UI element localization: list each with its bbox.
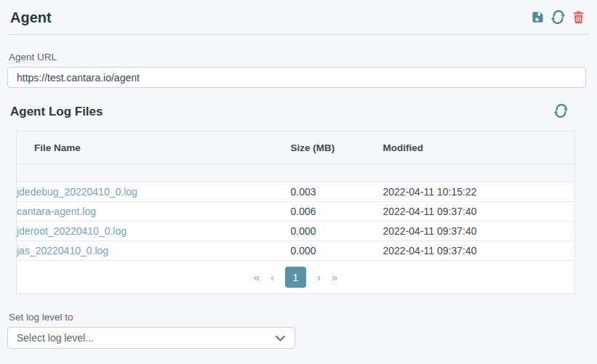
file-modified-cell: 2022-04-11 09:37:40 xyxy=(383,222,575,241)
file-size-cell: 0.006 xyxy=(291,202,383,222)
log-file-rows: jdedebug_20220410_0.log0.0032022-04-11 1… xyxy=(17,164,575,261)
table-row: jas_20220410_0.log0.0002022-04-11 09:37:… xyxy=(17,241,575,261)
log-file-link[interactable]: jas_20220410_0.log xyxy=(17,245,108,256)
table-row: jderoot_20220410_0.log0.0002022-04-11 09… xyxy=(17,222,575,241)
page-header: Agent xyxy=(7,0,590,35)
agent-url-label: Agent URL xyxy=(9,52,590,62)
pagination-first-button[interactable]: « xyxy=(254,271,260,283)
file-size-cell: 0.000 xyxy=(291,222,383,241)
log-level-label: Set log level to xyxy=(9,312,590,323)
log-file-link[interactable]: cantara-agent.log xyxy=(17,206,96,217)
file-modified-cell: 2022-04-11 09:37:40 xyxy=(383,202,575,222)
file-size-cell: 0.000 xyxy=(291,241,383,261)
save-icon xyxy=(531,10,545,26)
trash-icon xyxy=(572,10,585,26)
log-file-link[interactable]: jdedebug_20220410_0.log xyxy=(17,186,137,198)
log-files-title: Agent Log Files xyxy=(10,105,103,119)
delete-agent-button[interactable] xyxy=(572,10,585,26)
column-header-modified: Modified xyxy=(383,132,575,164)
refresh-icon xyxy=(551,10,565,26)
pagination-next-button[interactable]: › xyxy=(317,271,321,283)
pagination-last-button[interactable]: » xyxy=(332,271,337,283)
refresh-agent-button[interactable] xyxy=(551,10,565,26)
table-row: jdedebug_20220410_0.log0.0032022-04-11 1… xyxy=(17,182,575,202)
log-files-table: File Name Size (MB) Modified jdedebug_20… xyxy=(16,131,575,294)
log-level-select-value: Select log level... xyxy=(17,332,94,344)
log-level-select[interactable]: Select log level... xyxy=(7,327,295,349)
log-level-field: Set log level to Select log level... xyxy=(7,312,590,349)
file-modified-cell: 2022-04-11 09:37:40 xyxy=(383,241,575,261)
agent-url-input[interactable] xyxy=(7,67,586,88)
agent-page: Agent xyxy=(0,0,597,349)
save-agent-button[interactable] xyxy=(531,10,545,26)
refresh-icon xyxy=(554,104,568,120)
chevron-down-icon xyxy=(275,331,286,344)
empty-table-row xyxy=(17,164,575,182)
pagination-page-1-button[interactable]: 1 xyxy=(285,267,306,288)
file-modified-cell: 2022-04-11 10:15:22 xyxy=(383,182,575,202)
table-row: cantara-agent.log0.0062022-04-11 09:37:4… xyxy=(17,202,575,222)
column-header-file-name: File Name xyxy=(17,132,291,164)
pagination: « ‹ 1 › » xyxy=(17,267,574,288)
refresh-log-files-button[interactable] xyxy=(554,104,568,120)
column-header-size: Size (MB) xyxy=(291,132,383,164)
agent-url-field: Agent URL xyxy=(7,52,590,88)
header-actions xyxy=(531,10,585,26)
page-title: Agent xyxy=(10,9,52,26)
log-file-link[interactable]: jderoot_20220410_0.log xyxy=(17,225,127,237)
pagination-prev-button[interactable]: ‹ xyxy=(271,271,274,283)
file-size-cell: 0.003 xyxy=(291,182,383,202)
table-header-row: File Name Size (MB) Modified xyxy=(17,132,575,164)
log-files-section-header: Agent Log Files xyxy=(7,104,590,120)
pagination-row: « ‹ 1 › » xyxy=(17,261,575,294)
